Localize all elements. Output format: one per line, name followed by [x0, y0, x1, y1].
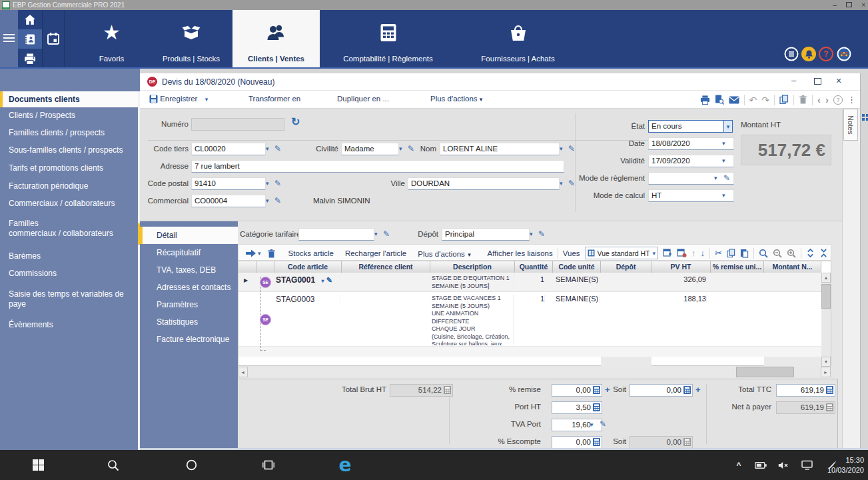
- sidebar-item-commissions[interactable]: Commissions: [0, 269, 136, 279]
- afficher-liaisons-button[interactable]: Afficher les liaisons: [488, 249, 553, 257]
- move-up-button[interactable]: ↑: [691, 248, 696, 258]
- date-dropdown-icon[interactable]: ▾: [722, 137, 725, 149]
- code-postal-field[interactable]: 91410: [191, 177, 266, 190]
- volume-muted-status[interactable]: [774, 450, 793, 480]
- zoom-in-button[interactable]: [787, 249, 796, 258]
- sidebar-item-evenements[interactable]: Évènements: [0, 320, 136, 330]
- sidebar-item-familles-commerciaux[interactable]: Familles commerciaux / collaborateurs: [0, 219, 136, 239]
- ribbon-tab-produits-stocks[interactable]: Produits | Stocks: [150, 10, 232, 67]
- cell-edit-icon[interactable]: ✎: [326, 276, 332, 284]
- cell-code-article[interactable]: STAG0001 ▾ ✎: [276, 275, 340, 285]
- vue-select[interactable]: Vue standard HT ▾: [585, 247, 659, 259]
- scroll-left-button[interactable]: ◄: [238, 367, 248, 377]
- etat-select[interactable]: En cours: [648, 120, 729, 133]
- save-button[interactable]: Enregistrer ▾: [149, 95, 208, 103]
- cut-button[interactable]: ✂: [715, 248, 722, 258]
- cell-quantite[interactable]: 1: [515, 295, 545, 303]
- contacts-button[interactable]: [18, 29, 42, 49]
- soit-remise-field[interactable]: 0,00: [630, 384, 693, 397]
- code-postal-edit-icon[interactable]: ✎: [274, 177, 281, 189]
- depot-dropdown-icon[interactable]: ▾: [530, 228, 533, 240]
- grid-header-depot[interactable]: Dépôt: [601, 261, 651, 273]
- print-doc-button[interactable]: [700, 95, 710, 105]
- app-close-button[interactable]: ×: [861, 1, 865, 9]
- validite-dropdown-icon[interactable]: ▾: [722, 155, 725, 167]
- nom-edit-icon[interactable]: ✎: [568, 143, 575, 155]
- cortana-button[interactable]: [175, 450, 208, 480]
- cell-code-unite[interactable]: SEMAINE(S): [556, 295, 600, 303]
- sidebar-item-clients-prospects[interactable]: Clients / Prospects: [0, 111, 136, 121]
- ribbon-tab-comptabilite[interactable]: Comptabilité | Règlements: [320, 10, 456, 67]
- delete-line-button[interactable]: [267, 249, 276, 259]
- grid-vscroll-thumb[interactable]: [821, 284, 831, 309]
- help-button[interactable]: ?: [819, 47, 833, 61]
- mode-calcul-dropdown-icon[interactable]: ▾: [722, 189, 725, 201]
- calculator-icon[interactable]: [593, 403, 600, 411]
- sidebar-item-sous-familles[interactable]: Sous-familles clients / prospects: [0, 145, 136, 155]
- ribbon-tab-fournisseurs[interactable]: Fournisseurs | Achats: [456, 10, 580, 67]
- grid-header-montant[interactable]: Montant N...: [764, 261, 821, 273]
- commercial-dropdown-icon[interactable]: ▾: [266, 195, 269, 207]
- ville-field[interactable]: DOURDAN: [408, 177, 560, 190]
- code-tiers-edit-icon[interactable]: ✎: [274, 143, 281, 155]
- grid-hscroll-thumb[interactable]: [736, 367, 794, 377]
- tab-detail[interactable]: Détail: [140, 227, 238, 244]
- doc-close-button[interactable]: ×: [836, 75, 841, 86]
- recharger-article-button[interactable]: Recharger l'article: [345, 249, 406, 257]
- tab-recapitulatif[interactable]: Récapitulatif: [140, 244, 238, 261]
- undo-button[interactable]: ↶: [749, 95, 757, 105]
- dock-icon[interactable]: [862, 113, 868, 121]
- sidebar-item-familles-clients[interactable]: Familles clients / prospects: [0, 128, 136, 138]
- code-postal-dropdown-icon[interactable]: ▾: [266, 177, 269, 189]
- duplicate-button[interactable]: [779, 95, 789, 105]
- mode-reglement-field[interactable]: [648, 172, 734, 185]
- cell-quantite[interactable]: 1: [515, 275, 545, 283]
- zoom-out-button[interactable]: [773, 249, 782, 258]
- nom-field[interactable]: LORENT ALINE: [440, 143, 560, 155]
- app-minimize-button[interactable]: –: [833, 1, 837, 9]
- battery-status[interactable]: [751, 450, 770, 480]
- calendar-button[interactable]: [42, 10, 65, 67]
- add-soit-button[interactable]: +: [695, 384, 701, 395]
- categorie-edit-icon[interactable]: ✎: [383, 228, 390, 240]
- notes-tab[interactable]: Notes: [843, 109, 858, 141]
- ribbon-tab-favoris[interactable]: ★ Favoris: [73, 10, 150, 67]
- doc-help-button[interactable]: ?: [833, 95, 843, 105]
- code-tiers-field[interactable]: CL00020: [191, 143, 266, 155]
- mode-calcul-field[interactable]: HT: [648, 189, 734, 202]
- cell-description[interactable]: STAGE DE D'EQUITATION 1 SEMAINE (5 JOURS…: [432, 275, 514, 290]
- kebab-menu-button[interactable]: ⋮: [847, 95, 856, 105]
- cell-description[interactable]: STAGE DE VACANCES 1 SEMAINE (5 JOURS) UN…: [432, 295, 514, 345]
- scroll-right-button[interactable]: ►: [821, 367, 831, 377]
- dupliquer-button[interactable]: Dupliquer en ...: [337, 95, 389, 103]
- next-record-button[interactable]: ›: [825, 94, 829, 105]
- tab-statistiques[interactable]: Statistiques: [140, 313, 238, 331]
- plus-actions-button[interactable]: Plus d'actions ▾: [430, 95, 482, 103]
- date-field[interactable]: 18/08/2020: [648, 137, 734, 150]
- ville-dropdown-icon[interactable]: ▾: [560, 177, 563, 189]
- tva-port-field[interactable]: 19,60: [552, 419, 602, 431]
- home-button[interactable]: [18, 10, 42, 29]
- sidebar-item-facturation-periodique[interactable]: Facturation périodique: [0, 181, 136, 191]
- previous-record-button[interactable]: ‹: [817, 94, 821, 105]
- taskbar-clock[interactable]: 15:30 10/03/2020: [827, 450, 864, 480]
- paste-button[interactable]: [740, 249, 749, 258]
- move-down-button[interactable]: ↓: [701, 248, 705, 258]
- stocks-article-button[interactable]: Stocks article: [288, 249, 334, 257]
- cell-code-unite[interactable]: SEMAINE(S): [556, 275, 600, 283]
- ribbon-tab-clients-ventes[interactable]: Clients | Ventes: [232, 10, 320, 67]
- news-button[interactable]: [784, 47, 799, 61]
- categorie-dropdown-icon[interactable]: ▾: [374, 228, 378, 240]
- sidebar-item-baremes[interactable]: Barèmes: [0, 251, 136, 261]
- nom-dropdown-icon[interactable]: ▾: [560, 143, 563, 155]
- remise-field[interactable]: 0,00: [552, 384, 602, 397]
- notifications-button[interactable]: [801, 47, 816, 61]
- start-button[interactable]: [21, 450, 55, 480]
- grid-header-quantite[interactable]: Quantité: [515, 261, 553, 273]
- taskbar-search-button[interactable]: [97, 450, 130, 480]
- civilite-field[interactable]: Madame: [341, 143, 399, 155]
- grid-header-reference-client[interactable]: Référence client: [342, 261, 430, 273]
- sidebar-item-tarifs-promotions[interactable]: Tarifs et promotions clients: [0, 163, 136, 173]
- ebp-apps-button[interactable]: [837, 47, 851, 61]
- categorie-tarifaire-field[interactable]: [298, 228, 374, 241]
